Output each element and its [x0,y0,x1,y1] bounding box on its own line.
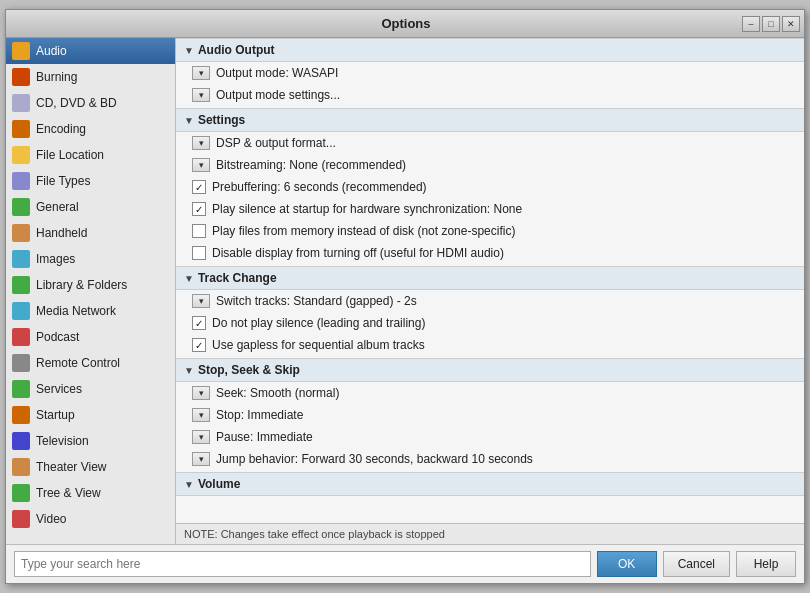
option-text-stop-seek-skip-1: Stop: Immediate [216,408,303,422]
option-checkbox-stop-seek-skip-2[interactable]: ▾ [192,430,210,444]
options-panel[interactable]: ▼Audio Output▾Output mode: WASAPI▾Output… [176,38,804,523]
section-header-settings[interactable]: ▼Settings [176,108,804,132]
option-row-settings-4: Play files from memory instead of disk (… [176,220,804,242]
sidebar-label-theater: Theater View [36,460,106,474]
section-header-audio-output[interactable]: ▼Audio Output [176,38,804,62]
option-row-settings-5: Disable display from turning off (useful… [176,242,804,264]
sidebar-item-tree[interactable]: Tree & View [6,480,175,506]
sidebar-item-remote[interactable]: Remote Control [6,350,175,376]
main-content: AudioBurningCD, DVD & BDEncodingFile Loc… [6,38,804,544]
sidebar-label-filelocation: File Location [36,148,104,162]
handheld-icon [12,224,30,242]
sidebar-item-handheld[interactable]: Handheld [6,220,175,246]
search-input[interactable] [14,551,591,577]
option-text-track-change-0: Switch tracks: Standard (gapped) - 2s [216,294,417,308]
option-checkbox-track-change-1[interactable]: ✓ [192,316,206,330]
option-text-track-change-1: Do not play silence (leading and trailin… [212,316,425,330]
sidebar-label-audio: Audio [36,44,67,58]
sidebar-label-tree: Tree & View [36,486,101,500]
option-checkbox-audio-output-0[interactable]: ▾ [192,66,210,80]
option-row-settings-1: ▾Bitstreaming: None (recommended) [176,154,804,176]
sidebar-item-television[interactable]: Television [6,428,175,454]
sidebar-label-encoding: Encoding [36,122,86,136]
sidebar-label-television: Television [36,434,89,448]
section-header-volume[interactable]: ▼Volume [176,472,804,496]
option-checkbox-audio-output-1[interactable]: ▾ [192,88,210,102]
option-row-settings-3: ✓Play silence at startup for hardware sy… [176,198,804,220]
option-text-audio-output-1: Output mode settings... [216,88,340,102]
sidebar-item-burning[interactable]: Burning [6,64,175,90]
window-title: Options [70,16,742,31]
close-button[interactable]: ✕ [782,16,800,32]
filelocation-icon [12,146,30,164]
section-header-stop-seek-skip[interactable]: ▼Stop, Seek & Skip [176,358,804,382]
sidebar-item-cd[interactable]: CD, DVD & BD [6,90,175,116]
sidebar-item-podcast[interactable]: Podcast [6,324,175,350]
content-area: ▼Audio Output▾Output mode: WASAPI▾Output… [176,38,804,544]
section-arrow-track-change: ▼ [184,273,194,284]
images-icon [12,250,30,268]
minimize-button[interactable]: – [742,16,760,32]
cancel-button[interactable]: Cancel [663,551,730,577]
section-title-settings: Settings [198,113,245,127]
option-checkbox-stop-seek-skip-1[interactable]: ▾ [192,408,210,422]
option-checkbox-settings-4[interactable] [192,224,206,238]
option-checkbox-settings-5[interactable] [192,246,206,260]
option-row-audio-output-1: ▾Output mode settings... [176,84,804,106]
titlebar: Options – □ ✕ [6,10,804,38]
option-text-audio-output-0: Output mode: WASAPI [216,66,338,80]
option-checkbox-settings-2[interactable]: ✓ [192,180,206,194]
option-text-settings-1: Bitstreaming: None (recommended) [216,158,406,172]
cd-icon [12,94,30,112]
sidebar-label-general: General [36,200,79,214]
option-row-settings-0: ▾DSP & output format... [176,132,804,154]
option-checkbox-track-change-0[interactable]: ▾ [192,294,210,308]
section-arrow-stop-seek-skip: ▼ [184,365,194,376]
option-row-stop-seek-skip-1: ▾Stop: Immediate [176,404,804,426]
option-checkbox-settings-1[interactable]: ▾ [192,158,210,172]
option-row-stop-seek-skip-0: ▾Seek: Smooth (normal) [176,382,804,404]
sidebar-item-filelocation[interactable]: File Location [6,142,175,168]
sidebar-item-services[interactable]: Services [6,376,175,402]
sidebar-label-filetypes: File Types [36,174,90,188]
sidebar-item-video[interactable]: Video [6,506,175,532]
option-row-track-change-2: ✓Use gapless for sequential album tracks [176,334,804,356]
sidebar-item-filetypes[interactable]: File Types [6,168,175,194]
general-icon [12,198,30,216]
audio-icon [12,42,30,60]
sidebar-item-library[interactable]: Library & Folders [6,272,175,298]
option-checkbox-settings-0[interactable]: ▾ [192,136,210,150]
option-row-stop-seek-skip-2: ▾Pause: Immediate [176,426,804,448]
filetypes-icon [12,172,30,190]
sidebar-label-startup: Startup [36,408,75,422]
option-checkbox-track-change-2[interactable]: ✓ [192,338,206,352]
option-text-stop-seek-skip-0: Seek: Smooth (normal) [216,386,339,400]
sidebar-item-medianetwork[interactable]: Media Network [6,298,175,324]
television-icon [12,432,30,450]
option-checkbox-stop-seek-skip-3[interactable]: ▾ [192,452,210,466]
sidebar-item-images[interactable]: Images [6,246,175,272]
options-window: Options – □ ✕ AudioBurningCD, DVD & BDEn… [5,9,805,584]
option-row-stop-seek-skip-3: ▾Jump behavior: Forward 30 seconds, back… [176,448,804,470]
sidebar-item-startup[interactable]: Startup [6,402,175,428]
option-text-settings-4: Play files from memory instead of disk (… [212,224,515,238]
option-row-track-change-0: ▾Switch tracks: Standard (gapped) - 2s [176,290,804,312]
section-title-volume: Volume [198,477,240,491]
ok-button[interactable]: OK [597,551,657,577]
status-bar: NOTE: Changes take effect once playback … [176,523,804,544]
sidebar-label-podcast: Podcast [36,330,79,344]
medianetwork-icon [12,302,30,320]
sidebar-item-encoding[interactable]: Encoding [6,116,175,142]
sidebar-label-images: Images [36,252,75,266]
sidebar-label-handheld: Handheld [36,226,87,240]
sidebar-item-audio[interactable]: Audio [6,38,175,64]
help-button[interactable]: Help [736,551,796,577]
sidebar-item-general[interactable]: General [6,194,175,220]
sidebar-label-burning: Burning [36,70,77,84]
sidebar-item-theater[interactable]: Theater View [6,454,175,480]
maximize-button[interactable]: □ [762,16,780,32]
option-checkbox-stop-seek-skip-0[interactable]: ▾ [192,386,210,400]
section-header-track-change[interactable]: ▼Track Change [176,266,804,290]
option-checkbox-settings-3[interactable]: ✓ [192,202,206,216]
encoding-icon [12,120,30,138]
